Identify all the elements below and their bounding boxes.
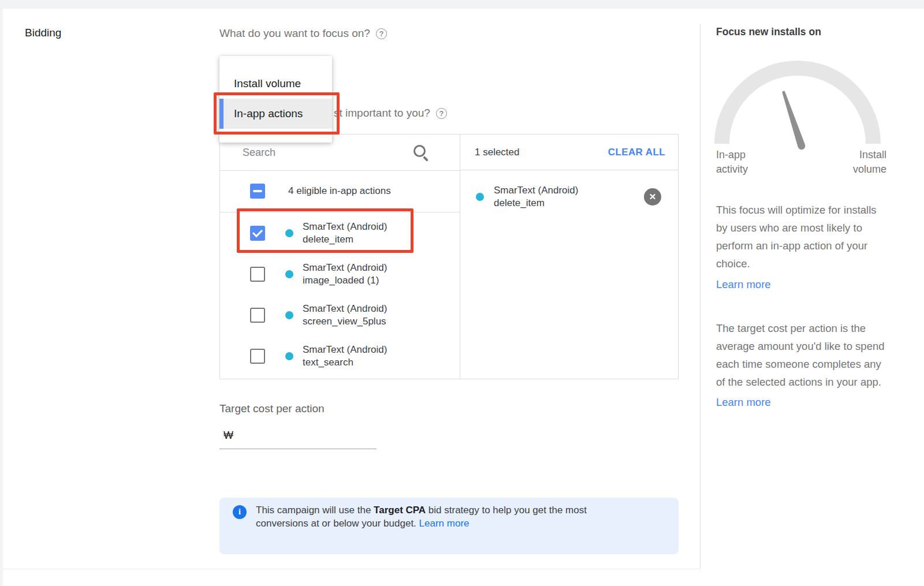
dropdown-option-in-app-actions[interactable]: In-app actions: [219, 99, 332, 129]
info-icon: i: [233, 505, 247, 519]
selected-count: 1 selected: [475, 147, 520, 158]
selected-item-app: SmarText (Android): [494, 185, 578, 196]
conversion-dot-icon: [285, 229, 293, 237]
target-cpa-label: Target cost per action: [219, 402, 325, 415]
in-app-actions-question-label: st important to you?: [334, 107, 430, 120]
eligible-actions-group-row[interactable]: 4 eligible in-app actions: [220, 170, 460, 212]
sidebar-paragraph-focus: This focus will optimize for installs by…: [716, 201, 891, 273]
banner-learn-more-link[interactable]: Learn more: [419, 518, 470, 529]
bidding-settings-page: Bidding What do you want to focus on? ? …: [0, 0, 924, 586]
action-row-screen-view-5plus[interactable]: SmarText (Android) screen_view_5plus: [220, 294, 460, 335]
banner-text: This campaign will use the Target CPA bi…: [256, 503, 634, 530]
in-app-actions-picker: 4 eligible in-app actions SmarText (Andr…: [219, 134, 679, 379]
action-app: SmarText (Android): [303, 303, 387, 314]
gauge-label-line: In-app: [716, 149, 746, 161]
page-left-strip: [0, 0, 3, 586]
conversion-dot-icon: [476, 193, 484, 201]
gauge-label-line: volume: [853, 163, 886, 175]
group-label: 4 eligible in-app actions: [288, 185, 391, 197]
action-app: SmarText (Android): [303, 344, 387, 355]
dropdown-option-label: Install volume: [234, 77, 301, 90]
sidebar-learn-more-link-1[interactable]: Learn more: [716, 278, 771, 291]
action-checkbox[interactable]: [250, 226, 265, 241]
action-checkbox[interactable]: [250, 349, 265, 364]
sidebar-title: Focus new installs on: [716, 26, 821, 38]
search-icon: [412, 144, 430, 161]
action-app: SmarText (Android): [303, 221, 387, 232]
action-label: SmarText (Android) text_search: [303, 344, 387, 369]
gauge-needle: [783, 92, 806, 147]
gauge-label-line: Install: [859, 149, 886, 161]
action-label: SmarText (Android) image_loaded (1): [303, 262, 387, 287]
group-checkbox[interactable]: [250, 184, 265, 199]
gauge-label-line: activity: [716, 163, 748, 175]
sidebar-divider: [700, 24, 701, 569]
banner-prefix: This campaign will use the: [256, 505, 374, 516]
selected-header-row: 1 selected CLEAR ALL: [460, 135, 678, 170]
action-checkbox[interactable]: [250, 308, 265, 323]
picker-selected-column: 1 selected CLEAR ALL SmarText (Android) …: [460, 135, 678, 379]
dropdown-option-label: In-app actions: [234, 107, 303, 120]
banner-bold: Target CPA: [374, 505, 426, 516]
picker-available-column: 4 eligible in-app actions SmarText (Andr…: [220, 135, 460, 379]
selected-item-label: SmarText (Android) delete_item: [494, 184, 578, 210]
selected-item-action: delete_item: [494, 197, 545, 208]
gauge-label-in-app-activity: In-app activity: [716, 148, 748, 177]
gauge-label-install-volume: Install volume: [832, 148, 886, 177]
focus-gauge: [714, 52, 881, 151]
target-cpa-input[interactable]: [237, 428, 372, 442]
target-cpa-field: ₩: [223, 428, 372, 442]
action-label: SmarText (Android) delete_item: [303, 221, 387, 246]
action-app: SmarText (Android): [303, 262, 387, 273]
sidebar-paragraph-target-cpa: The target cost per action is the averag…: [716, 319, 891, 391]
action-name: image_loaded (1): [303, 275, 379, 286]
selected-option-bar: [219, 99, 223, 129]
dropdown-option-install-volume[interactable]: Install volume: [219, 69, 332, 99]
in-app-actions-question: st important to you? ?: [334, 107, 447, 120]
sidebar-learn-more-link-2[interactable]: Learn more: [716, 396, 771, 409]
focus-question: What do you want to focus on? ?: [219, 27, 387, 40]
clear-all-button[interactable]: CLEAR ALL: [608, 147, 665, 158]
action-checkbox[interactable]: [250, 267, 265, 282]
action-name: delete_item: [303, 234, 353, 245]
action-name: text_search: [303, 357, 353, 368]
selected-item: SmarText (Android) delete_item ✕: [460, 170, 679, 210]
section-bottom-divider: [3, 569, 701, 569]
focus-dropdown-menu: Install volume In-app actions: [219, 56, 332, 143]
section-title: Bidding: [25, 27, 61, 39]
conversion-dot-icon: [285, 352, 293, 360]
help-icon[interactable]: ?: [436, 108, 447, 119]
help-icon[interactable]: ?: [376, 28, 387, 39]
action-name: screen_view_5plus: [303, 316, 386, 327]
focus-question-label: What do you want to focus on?: [219, 27, 370, 40]
conversion-dot-icon: [285, 311, 293, 319]
action-row-text-search[interactable]: SmarText (Android) text_search: [220, 335, 460, 376]
remove-selected-icon[interactable]: ✕: [644, 188, 661, 206]
input-underline: [219, 449, 377, 449]
search-input[interactable]: [241, 146, 411, 159]
action-row-delete-item[interactable]: SmarText (Android) delete_item: [220, 212, 460, 253]
action-label: SmarText (Android) screen_view_5plus: [303, 303, 387, 328]
currency-symbol: ₩: [223, 430, 233, 442]
action-row-image-loaded[interactable]: SmarText (Android) image_loaded (1): [220, 253, 460, 294]
conversion-dot-icon: [285, 270, 293, 278]
bid-strategy-banner: i This campaign will use the Target CPA …: [219, 498, 679, 554]
page-top-strip: [0, 0, 924, 9]
